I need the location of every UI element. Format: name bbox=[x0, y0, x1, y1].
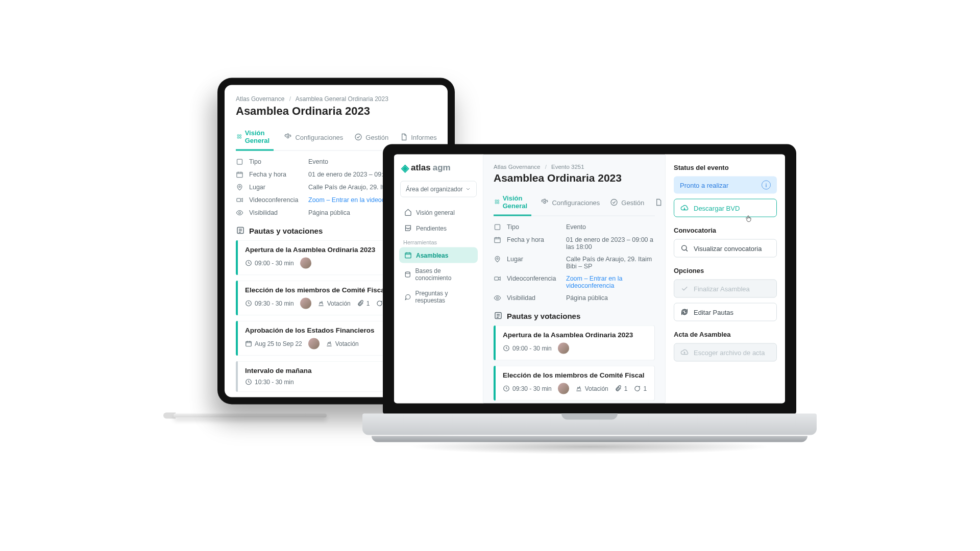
area-selector[interactable]: Área del organizador bbox=[400, 181, 477, 197]
cloud-upload-icon bbox=[680, 348, 689, 357]
grid-icon bbox=[237, 133, 242, 141]
label-video: Videoconferencia bbox=[507, 275, 563, 289]
calendar-icon bbox=[236, 171, 246, 179]
edit-pautas-button[interactable]: Editar Pautas bbox=[674, 303, 777, 321]
svg-point-23 bbox=[611, 199, 617, 206]
agenda-time: 09:00 - 30 min bbox=[245, 260, 294, 267]
sidebar-item-bases[interactable]: Bases de conocimiento bbox=[399, 263, 478, 286]
agenda-item[interactable]: Elección de los miembros de Comité Fisca… bbox=[494, 366, 655, 401]
event-details: Tipo Evento Fecha y hora 01 de enero de … bbox=[494, 223, 655, 302]
svg-rect-3 bbox=[240, 137, 241, 138]
breadcrumb: Atlas Governance / Evento 3251 bbox=[494, 164, 655, 170]
breadcrumb-org[interactable]: Atlas Governance bbox=[494, 164, 540, 170]
agenda-item[interactable]: Apertura de la Asamblea Ordinaria 2023 0… bbox=[494, 325, 655, 361]
check-icon bbox=[680, 285, 689, 293]
agenda-time: 09:30 - 30 min bbox=[245, 300, 294, 307]
tab-configuraciones[interactable]: Configuraciones bbox=[540, 190, 601, 216]
chat-icon bbox=[404, 293, 411, 300]
breadcrumb-event[interactable]: Evento 3251 bbox=[551, 164, 584, 170]
breadcrumb-event[interactable]: Asamblea General Ordinaria 2023 bbox=[296, 95, 388, 103]
svg-rect-7 bbox=[237, 172, 242, 178]
pin-icon bbox=[236, 184, 246, 191]
document-icon bbox=[400, 133, 408, 141]
view-convocatoria-button[interactable]: Visualizar convocatoria bbox=[674, 239, 777, 258]
refresh-icon bbox=[680, 308, 689, 316]
sidebar-item-qa[interactable]: Preguntas y respuestas bbox=[399, 286, 478, 308]
chevron-down-icon bbox=[465, 186, 471, 192]
clock-icon bbox=[245, 300, 252, 307]
svg-rect-20 bbox=[495, 202, 497, 204]
video-icon bbox=[236, 196, 246, 204]
svg-rect-21 bbox=[498, 202, 499, 204]
info-icon[interactable]: i bbox=[762, 181, 771, 190]
page-title: Asamblea Ordinaria 2023 bbox=[494, 172, 655, 184]
calendar-icon bbox=[404, 252, 412, 259]
agenda-vote: Votación bbox=[326, 340, 359, 347]
sidebar-item-pendientes[interactable]: Pendientes bbox=[399, 220, 478, 236]
svg-point-22 bbox=[544, 202, 546, 204]
svg-point-8 bbox=[239, 186, 240, 187]
tab-configuraciones[interactable]: Configuraciones bbox=[283, 125, 344, 151]
svg-point-32 bbox=[682, 245, 687, 250]
type-icon bbox=[494, 223, 504, 231]
check-circle-icon bbox=[610, 198, 618, 207]
vote-icon bbox=[317, 300, 325, 307]
status-badge: Pronto a realizar i bbox=[674, 177, 777, 194]
svg-rect-16 bbox=[405, 253, 411, 258]
stylus-pencil bbox=[148, 410, 327, 422]
svg-point-5 bbox=[355, 134, 361, 140]
value-tipo: Evento bbox=[566, 223, 655, 231]
pin-icon bbox=[494, 256, 504, 270]
label-lugar: Lugar bbox=[507, 256, 563, 270]
check-circle-icon bbox=[354, 133, 362, 141]
clock-icon bbox=[245, 260, 252, 267]
agenda-date: Aug 25 to Sep 22 bbox=[245, 340, 302, 347]
svg-rect-27 bbox=[495, 277, 499, 280]
finalize-asamblea-button: Finalizar Asamblea bbox=[674, 280, 777, 298]
tab-informes-cut[interactable]: I bbox=[653, 190, 665, 216]
svg-rect-19 bbox=[498, 200, 499, 202]
type-icon bbox=[236, 158, 246, 166]
home-icon bbox=[404, 209, 412, 216]
svg-rect-9 bbox=[237, 198, 241, 202]
convocatoria-heading: Convocatoria bbox=[674, 227, 777, 234]
tab-gestion[interactable]: Gestión bbox=[609, 190, 645, 216]
inbox-icon bbox=[404, 224, 412, 232]
download-bvd-button[interactable]: Descargar BVD bbox=[674, 199, 777, 217]
avatar bbox=[308, 338, 320, 349]
sidebar-item-vision[interactable]: Visión general bbox=[399, 205, 478, 220]
sidebar-heading-herramientas: Herramientas bbox=[399, 236, 478, 247]
avatar bbox=[558, 343, 569, 354]
database-icon bbox=[404, 270, 411, 278]
eye-icon bbox=[494, 294, 504, 302]
tab-vision-general[interactable]: Visión General bbox=[494, 190, 531, 216]
svg-rect-0 bbox=[237, 135, 239, 136]
agenda-item-title: Elección de los miembros de Comité Fisca… bbox=[503, 371, 647, 379]
label-visibilidad: Visibilidad bbox=[249, 209, 305, 217]
agenda-item-title: Apertura de la Asamblea Ordinaria 2023 bbox=[503, 331, 647, 339]
tabs: Visión General Configuraciones Gestión bbox=[494, 190, 655, 216]
agenda-vote: Votación bbox=[317, 300, 351, 307]
status-heading: Status del evento bbox=[674, 164, 777, 171]
list-icon bbox=[494, 311, 503, 320]
sidebar-item-asambleas[interactable]: Asambleas bbox=[399, 247, 478, 263]
clock-icon bbox=[245, 379, 252, 386]
tab-vision-general[interactable]: Visión General bbox=[236, 125, 274, 151]
agenda-header: Pautas y votaciones bbox=[494, 311, 655, 320]
value-video-link[interactable]: Zoom – Entrar en la videoconferencia bbox=[566, 275, 655, 289]
paperclip-icon bbox=[615, 385, 622, 392]
label-fecha: Fecha y hora bbox=[507, 236, 563, 251]
agenda-time: 09:30 - 30 min bbox=[503, 385, 552, 392]
label-tipo: Tipo bbox=[249, 158, 305, 166]
pick-acta-button: Escoger archivo de acta bbox=[674, 343, 777, 362]
label-visibilidad: Visibilidad bbox=[507, 294, 563, 302]
avatar bbox=[558, 383, 569, 394]
breadcrumb-org[interactable]: Atlas Governance bbox=[236, 95, 284, 103]
breadcrumb: Atlas Governance / Asamblea General Ordi… bbox=[236, 95, 436, 103]
calendar-icon bbox=[494, 236, 504, 251]
calendar-icon bbox=[245, 340, 252, 347]
clock-icon bbox=[503, 345, 510, 352]
vote-icon bbox=[575, 385, 582, 392]
agenda-attachment: 1 bbox=[615, 385, 628, 392]
svg-point-17 bbox=[405, 271, 410, 273]
